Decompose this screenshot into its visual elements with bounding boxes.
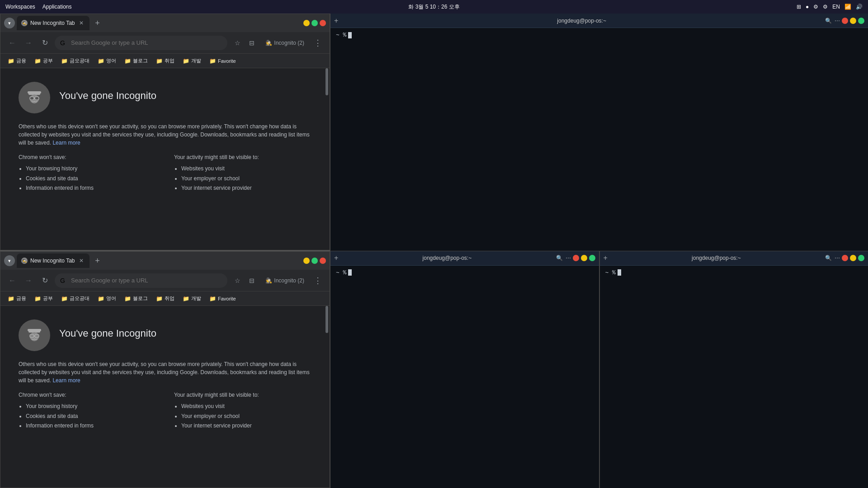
terminal-close-bottom-right[interactable]	[842, 255, 848, 261]
forward-button-bottom[interactable]: →	[22, 274, 35, 287]
minimize-button-bottom[interactable]	[303, 258, 310, 264]
bookmark-영어-top[interactable]: 📁 영어	[94, 56, 120, 65]
wifi-icon[interactable]: 📶	[844, 4, 851, 10]
tab-bottom[interactable]: 🕵 New Incognito Tab ✕	[17, 253, 90, 268]
bookmark-공부-bottom[interactable]: 📁 공부	[31, 294, 57, 303]
language-indicator[interactable]: EN	[832, 4, 840, 10]
terminal-maximize-bottom-left[interactable]	[589, 255, 595, 261]
main-content: ▾ 🕵 New Incognito Tab ✕ + ← → ↻	[0, 14, 868, 488]
terminal-maximize-bottom-right[interactable]	[858, 255, 864, 261]
address-bar-bottom: ← → ↻ G ☆ ⊟ 🕵 Incognito (2) ⋮	[0, 270, 330, 291]
tab-dropdown-button-bottom[interactable]: ▾	[4, 255, 15, 266]
tab-dropdown-button-top[interactable]: ▾	[4, 18, 15, 28]
terminal-minimize-bottom-right[interactable]	[850, 255, 856, 261]
reload-button-bottom[interactable]: ↻	[38, 274, 51, 287]
chrome-wont-save-list-bottom: Your browsing history Cookies and site d…	[19, 402, 156, 431]
terminal-body-bottom-left[interactable]: ~ %	[330, 266, 599, 488]
reload-button-top[interactable]: ↻	[38, 37, 51, 49]
bookmark-블로그-bottom[interactable]: 📁 블로그	[121, 294, 151, 303]
bookmark-개발-bottom[interactable]: 📁 개발	[179, 294, 205, 303]
browser-window-top: ▾ 🕵 New Incognito Tab ✕ + ← → ↻	[0, 14, 330, 250]
terminal-more-button-bottom-right[interactable]: ⋯	[835, 255, 840, 261]
terminal-search-button-bottom-right[interactable]: 🔍	[825, 255, 832, 261]
settings-icon[interactable]: ⚙	[823, 4, 828, 10]
terminal-search-button-top[interactable]: 🔍	[825, 18, 832, 24]
bookmark-label: 영어	[106, 295, 116, 302]
terminal-new-tab-button-top[interactable]: +	[334, 17, 338, 25]
bookmarks-bar-top: 📁 금융 📁 공부 📁 금오공대 📁 영어 📁 블로그	[0, 54, 330, 68]
menu-button-top[interactable]: ⋮	[311, 37, 324, 49]
bookmark-favorite-bottom[interactable]: 📁 Favorite	[206, 295, 240, 303]
terminal-maximize-top[interactable]	[858, 18, 864, 24]
close-button-bottom[interactable]	[320, 258, 326, 264]
terminal-search-button-bottom-left[interactable]: 🔍	[556, 255, 563, 261]
sidebar-button-bottom[interactable]: ⊟	[245, 274, 258, 287]
circle-icon[interactable]: ●	[806, 4, 809, 10]
tab-top[interactable]: 🕵 New Incognito Tab ✕	[17, 16, 90, 30]
learn-more-link-top[interactable]: Learn more	[52, 140, 80, 146]
terminal-close-top[interactable]	[842, 18, 848, 24]
bookmark-취업-top[interactable]: 📁 취업	[152, 56, 178, 65]
bookmark-금오공대-bottom[interactable]: 📁 금오공대	[57, 294, 93, 303]
terminal-minimize-top[interactable]	[850, 18, 856, 24]
url-input-top[interactable]	[71, 39, 222, 46]
terminal-title-top: jongdeug@pop-os:~	[340, 18, 823, 24]
terminal-more-button-bottom-left[interactable]: ⋯	[566, 255, 571, 261]
terminal-window-top: + jongdeug@pop-os:~ 🔍 ⋯ ~ %	[330, 14, 868, 251]
sidebar-button-top[interactable]: ⊟	[245, 37, 258, 49]
tab-close-button-bottom[interactable]: ✕	[78, 257, 85, 264]
back-button-top[interactable]: ←	[6, 37, 19, 49]
bookmark-블로그-top[interactable]: 📁 블로그	[121, 56, 151, 65]
bookmark-공부-top[interactable]: 📁 공부	[31, 56, 57, 65]
bookmark-금융-top[interactable]: 📁 금융	[4, 56, 30, 65]
activity-visible-col-top: Your activity might still be visible to:…	[174, 154, 311, 193]
learn-more-link-bottom[interactable]: Learn more	[52, 377, 80, 384]
bookmark-금융-bottom[interactable]: 📁 금융	[4, 294, 30, 303]
bookmark-favorite-top[interactable]: 📁 Favorite	[206, 57, 240, 65]
terminal-minimize-bottom-left[interactable]	[581, 255, 587, 261]
system-tray: ⊞ ● ⚙ ⚙ EN 📶 🔊	[797, 4, 863, 10]
terminal-close-bottom-left[interactable]	[573, 255, 579, 261]
scroll-thumb-bottom[interactable]	[326, 306, 328, 333]
volume-icon[interactable]: 🔊	[856, 4, 863, 10]
url-bar-bottom[interactable]: G	[55, 273, 227, 288]
bookmark-금오공대-top[interactable]: 📁 금오공대	[57, 56, 93, 65]
puzzle-icon[interactable]: ⚙	[813, 4, 818, 10]
incognito-indicator-top[interactable]: 🕵 Incognito (2)	[262, 38, 308, 48]
bookmark-취업-bottom[interactable]: 📁 취업	[152, 294, 178, 303]
applications-menu[interactable]: Applications	[42, 4, 72, 10]
back-button-bottom[interactable]: ←	[6, 274, 19, 287]
list-item: Websites you visit	[181, 164, 311, 174]
terminal-body-bottom-right[interactable]: ~ %	[600, 266, 868, 488]
terminal-new-tab-button-bottom-right[interactable]: +	[604, 254, 608, 262]
grid-icon[interactable]: ⊞	[797, 4, 801, 10]
tab-close-button-top[interactable]: ✕	[78, 19, 85, 27]
menu-button-bottom[interactable]: ⋮	[311, 274, 324, 287]
forward-button-top[interactable]: →	[22, 37, 35, 49]
close-button-top[interactable]	[320, 20, 326, 26]
bookmark-영어-bottom[interactable]: 📁 영어	[94, 294, 120, 303]
minimize-button-top[interactable]	[303, 20, 310, 26]
workspaces-menu[interactable]: Workspaces	[5, 4, 35, 10]
bookmark-label: 개발	[191, 57, 201, 64]
bookmark-label: 공부	[43, 57, 53, 64]
maximize-button-bottom[interactable]	[311, 258, 318, 264]
incognito-title-top: You've gone Incognito	[59, 90, 156, 102]
terminal-more-button-top[interactable]: ⋯	[835, 18, 840, 24]
url-bar-top[interactable]: G	[55, 36, 227, 50]
terminal-body-top[interactable]: ~ %	[330, 28, 868, 251]
star-button-top[interactable]: ☆	[231, 37, 244, 49]
terminal-actions-top: 🔍 ⋯	[825, 18, 840, 24]
incognito-indicator-bottom[interactable]: 🕵 Incognito (2)	[262, 276, 308, 286]
star-button-bottom[interactable]: ☆	[231, 274, 244, 287]
scroll-track-top[interactable]	[325, 68, 329, 250]
bookmark-개발-top[interactable]: 📁 개발	[179, 56, 205, 65]
terminal-new-tab-button-bottom-left[interactable]: +	[334, 254, 338, 262]
new-tab-button-top[interactable]: +	[91, 17, 104, 29]
folder-icon: 📁	[8, 296, 14, 302]
scroll-thumb-top[interactable]	[326, 68, 328, 95]
url-input-bottom[interactable]	[71, 277, 222, 284]
new-tab-button-bottom[interactable]: +	[91, 254, 104, 267]
scroll-track-bottom[interactable]	[325, 306, 329, 488]
maximize-button-top[interactable]	[311, 20, 318, 26]
